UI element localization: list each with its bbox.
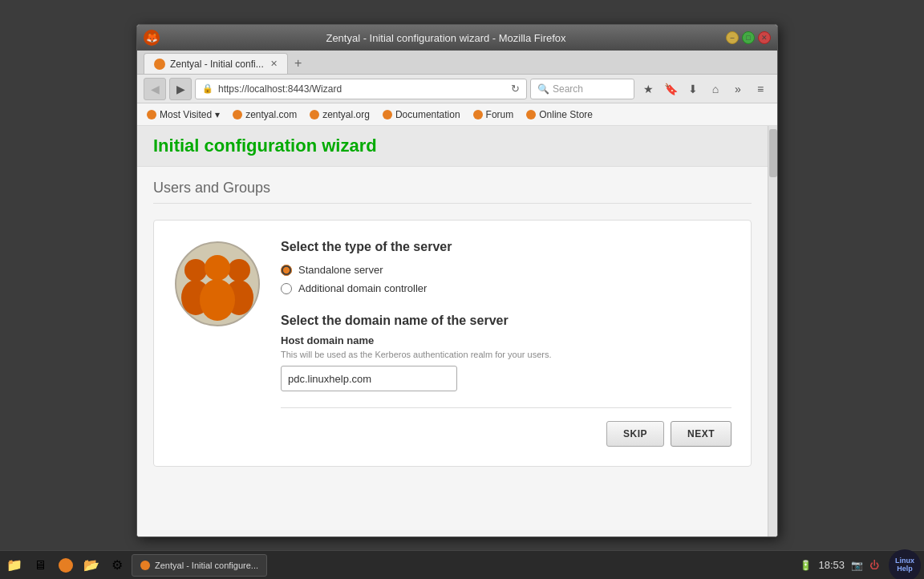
wizard-title: Initial configuration wizard: [153, 136, 752, 156]
address-bar[interactable]: 🔒 https://localhost:8443/Wizard ↻: [195, 79, 527, 99]
taskbar-settings-icon[interactable]: ⚙: [106, 554, 128, 577]
bookmark-icon-most-visited: [147, 110, 156, 119]
radio-additional-dc-input[interactable]: [281, 283, 292, 294]
bookmark-icon[interactable]: 🔖: [660, 79, 681, 99]
icon-area: [173, 240, 261, 447]
radio-standalone-input[interactable]: [281, 265, 292, 276]
bookmark-most-visited[interactable]: Most Visited ▾: [144, 107, 223, 122]
maximize-button[interactable]: □: [742, 31, 755, 44]
page-content: Initial configuration wizard Users and G…: [137, 126, 777, 536]
bookmark-star-icon[interactable]: ★: [638, 79, 659, 99]
taskbar-right: 🔋 18:53 📷 ⏻: [800, 559, 886, 571]
host-domain-hint: This will be used as the Kerberos authen…: [281, 350, 732, 359]
title-bar: 🦊 Zentyal - Initial configuration wizard…: [137, 25, 777, 51]
host-domain-label: Host domain name: [281, 334, 732, 346]
taskbar-firefox-app[interactable]: Zentyal - Initial configure...: [132, 554, 267, 577]
svg-point-5: [205, 255, 230, 281]
download-icon[interactable]: ⬇: [683, 79, 703, 99]
taskbar-zentyal-icon[interactable]: [55, 554, 77, 577]
taskbar-camera-icon: 📷: [851, 560, 863, 571]
bookmark-zentyal-org[interactable]: zentyal.org: [306, 107, 373, 122]
search-icon: 🔍: [537, 83, 549, 95]
bookmark-label-zentyal-com: zentyal.com: [245, 109, 297, 120]
radio-standalone-label[interactable]: Standalone server: [298, 264, 383, 276]
linuxhelp-logo[interactable]: LinuxHelp: [889, 549, 921, 580]
bookmark-label-forum: Forum: [486, 109, 514, 120]
bookmark-icon-zentyal-org: [310, 110, 319, 119]
bookmark-zentyal-com[interactable]: zentyal.com: [229, 107, 300, 122]
bookmark-label-documentation: Documentation: [395, 109, 460, 120]
minimize-button[interactable]: –: [726, 31, 739, 44]
bookmark-icon-forum: [473, 110, 483, 119]
nav-bar: ◀ ▶ 🔒 https://localhost:8443/Wizard ↻ 🔍 …: [137, 75, 777, 103]
window-controls: – □ ✕: [726, 31, 771, 44]
host-domain-input[interactable]: [281, 366, 457, 391]
search-bar[interactable]: 🔍 Search: [530, 79, 634, 99]
search-placeholder: Search: [553, 83, 583, 95]
desktop: 🦊 Zentyal - Initial configuration wizard…: [0, 0, 924, 579]
back-button[interactable]: ◀: [144, 78, 166, 100]
chevron-down-icon: ▾: [215, 109, 220, 120]
bookmark-label-most-visited: Most Visited: [160, 109, 212, 120]
taskbar-app-icon: [140, 561, 150, 570]
button-row: SKIP NEXT: [281, 407, 732, 447]
taskbar-clock: 18:53: [818, 559, 845, 571]
svg-point-1: [184, 259, 207, 281]
bookmark-icon-zentyal-com: [233, 110, 242, 119]
section-title: Users and Groups: [153, 180, 752, 204]
form-area: Select the type of the server Standalone…: [281, 240, 732, 447]
bookmarks-bar: Most Visited ▾ zentyal.com zentyal.org D…: [137, 103, 777, 126]
forward-button[interactable]: ▶: [169, 78, 192, 100]
firefox-icon: 🦊: [144, 30, 160, 46]
firefox-window: 🦊 Zentyal - Initial configuration wizard…: [136, 24, 778, 537]
taskbar-files-icon[interactable]: 📁: [3, 554, 26, 577]
tab-favicon: [154, 59, 165, 70]
scrollbar[interactable]: [768, 126, 777, 536]
radio-standalone[interactable]: Standalone server: [281, 264, 732, 276]
users-group-icon: [173, 240, 261, 328]
page-inner: Initial configuration wizard Users and G…: [137, 126, 768, 536]
svg-point-3: [228, 259, 250, 281]
active-tab[interactable]: Zentyal - Initial confi... ✕: [144, 53, 288, 74]
tab-bar: Zentyal - Initial confi... ✕ +: [137, 51, 777, 75]
taskbar-folder-icon[interactable]: 📂: [80, 554, 103, 577]
more-icon[interactable]: »: [727, 79, 748, 99]
skip-button[interactable]: SKIP: [606, 421, 664, 447]
close-button[interactable]: ✕: [758, 31, 771, 44]
bookmark-online-store[interactable]: Online Store: [523, 107, 596, 122]
taskbar: 📁 🖥 📂 ⚙ Zentyal - Initial configure... 🔋…: [0, 550, 924, 579]
tab-label: Zentyal - Initial confi...: [170, 59, 264, 70]
taskbar-terminal-icon[interactable]: 🖥: [29, 554, 51, 577]
refresh-button[interactable]: ↻: [511, 83, 520, 95]
server-type-title: Select the type of the server: [281, 240, 732, 254]
home-icon[interactable]: ⌂: [705, 79, 726, 99]
tab-close-button[interactable]: ✕: [270, 59, 278, 69]
content-area: Users and Groups: [137, 167, 768, 536]
bookmark-label-online-store: Online Store: [539, 109, 593, 120]
nav-icons: ★ 🔖 ⬇ ⌂ » ≡: [638, 79, 771, 99]
menu-icon[interactable]: ≡: [750, 79, 771, 99]
bookmark-documentation[interactable]: Documentation: [379, 107, 464, 122]
bookmark-label-zentyal-org: zentyal.org: [322, 109, 370, 120]
window-title: Zentyal - Initial configuration wizard -…: [166, 32, 726, 44]
svg-point-6: [200, 279, 235, 321]
page-header: Initial configuration wizard: [137, 126, 768, 167]
domain-section-title: Select the domain name of the server: [281, 314, 732, 328]
taskbar-battery-icon: 🔋: [800, 560, 812, 571]
lock-icon: 🔒: [202, 83, 213, 94]
new-tab-button[interactable]: +: [288, 53, 309, 74]
next-button[interactable]: NEXT: [671, 421, 732, 447]
radio-group: Standalone server Additional domain cont…: [281, 264, 732, 294]
bookmark-icon-documentation: [383, 110, 392, 119]
bookmark-icon-online-store: [526, 110, 536, 119]
address-text: https://localhost:8443/Wizard: [218, 83, 506, 95]
radio-additional-dc-label[interactable]: Additional domain controller: [298, 282, 427, 294]
radio-additional-dc[interactable]: Additional domain controller: [281, 282, 732, 294]
bookmark-forum[interactable]: Forum: [470, 107, 517, 122]
taskbar-app-label: Zentyal - Initial configure...: [155, 561, 258, 570]
config-panel: Select the type of the server Standalone…: [153, 220, 752, 467]
scrollbar-thumb[interactable]: [769, 129, 777, 177]
taskbar-power-icon: ⏻: [869, 560, 879, 571]
